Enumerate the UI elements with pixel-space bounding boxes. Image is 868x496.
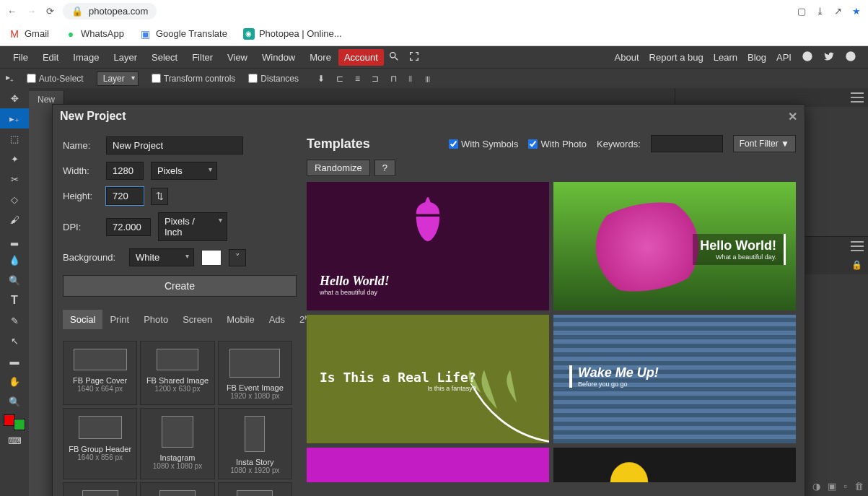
menu-view[interactable]: View [220,49,255,66]
link-blog[interactable]: Blog [748,52,766,63]
dialog-title-bar[interactable]: New Project ✕ [53,105,805,128]
align-top-icon[interactable]: ⊓ [390,74,397,84]
dpi-unit-select[interactable]: Pixels / Inch [158,212,227,241]
width-input[interactable] [106,162,144,180]
distribute2-icon[interactable]: ⫼ [424,74,432,84]
tab-ads[interactable]: Ads [262,310,292,329]
menu-window[interactable]: Window [255,49,302,66]
align-icon[interactable]: ⬇ [317,74,325,84]
shape-tool[interactable]: ▬ [0,351,29,371]
preset-item[interactable]: FB Event Image 1920 x 1080 px [218,341,292,405]
bookmark-photopea[interactable]: ◉Photopea | Online... [243,28,342,40]
link-about[interactable]: About [615,52,639,63]
share-icon[interactable]: ↗ [834,6,842,17]
zoom-tool[interactable]: 🔍 [0,391,29,412]
close-icon[interactable]: ✕ [788,110,797,123]
name-input[interactable] [106,136,243,155]
distances-checkbox[interactable]: Distances [248,74,299,84]
search-icon[interactable] [388,51,400,64]
background-select[interactable]: White [129,248,194,266]
preset-item[interactable]: Insta Story 1080 x 1920 px [218,408,292,479]
move-tool[interactable]: ✥ [0,88,29,108]
template-card[interactable]: Is This a Real Life?Is this a fantasy? [307,315,549,443]
eyedropper-tool[interactable]: ✎ [0,310,29,331]
menu-edit[interactable]: Edit [35,49,66,66]
preset-item[interactable]: FB Page Cover 1640 x 664 px [63,341,137,405]
width-unit-select[interactable]: Pixels [151,162,217,180]
back-icon[interactable]: ← [7,6,17,17]
bookmark-gtranslate[interactable]: ▣Google Translate [140,28,227,40]
artboard-tool[interactable]: ▸₊ [0,108,29,129]
link-report[interactable]: Report a bug [649,52,703,63]
template-card[interactable] [553,448,796,482]
fullscreen-icon[interactable] [408,51,420,64]
randomize-button[interactable]: Randomize [307,160,370,176]
delete-icon[interactable]: 🗑 [854,481,864,492]
hand-tool[interactable]: ✋ [0,371,29,391]
preset-item[interactable]: FB Group Header 1640 x 856 px [63,408,137,479]
folder-icon[interactable]: ▣ [828,481,836,492]
link-api[interactable]: API [776,52,792,63]
facebook-icon[interactable] [845,51,856,64]
align-center-h-icon[interactable]: ≡ [355,74,360,84]
dodge-tool[interactable]: 🔍 [0,270,29,290]
distribute-icon[interactable]: ⫴ [408,74,412,84]
twitter-icon[interactable] [823,51,835,64]
reload-icon[interactable]: ⟳ [46,6,54,17]
link-learn[interactable]: Learn [714,52,737,63]
transform-controls-checkbox[interactable]: Transform controls [152,74,236,84]
help-button[interactable]: ? [374,160,395,176]
menu-image[interactable]: Image [66,49,106,66]
clone-tool[interactable]: ▂ [0,230,29,250]
keywords-input[interactable] [651,135,723,152]
with-photo-checkbox[interactable]: With Photo [528,139,587,149]
color-swatch[interactable] [4,414,25,430]
address-bar[interactable]: 🔒 photopea.com [63,3,157,19]
template-card[interactable]: Hello World!what a beautiful day [307,182,549,310]
template-card[interactable]: Hello World!What a beautiful day. [553,182,796,310]
adjust-icon[interactable]: ◑ [812,481,820,492]
tab-photo[interactable]: Photo [136,310,175,329]
keyboard-icon[interactable]: ⌨ [0,430,29,451]
tab-social[interactable]: Social [63,310,102,329]
menu-select[interactable]: Select [144,49,185,66]
panel-menu-icon-2[interactable] [851,241,864,251]
menu-file[interactable]: File [6,49,35,66]
bookmark-whatsapp[interactable]: ●WhatsApp [65,28,124,40]
wand-tool[interactable]: ✦ [0,149,29,169]
panel-menu-icon[interactable] [851,92,864,103]
forward-icon[interactable]: → [27,6,36,17]
blur-tool[interactable]: 💧 [0,250,29,270]
align-left-icon[interactable]: ⊏ [336,74,343,84]
type-tool[interactable]: T [0,290,29,310]
with-symbols-checkbox[interactable]: With Symbols [449,139,518,149]
align-right-icon[interactable]: ⊐ [372,74,379,84]
menu-layer[interactable]: Layer [107,49,145,66]
menu-filter[interactable]: Filter [185,49,220,66]
tab-screen[interactable]: Screen [175,310,219,329]
height-input[interactable] [106,187,144,205]
background-swatch[interactable] [201,250,222,266]
eraser-tool[interactable]: ◇ [0,189,29,209]
install-icon[interactable]: ⤓ [816,6,824,17]
dpi-input[interactable] [106,218,151,236]
template-card[interactable] [307,448,549,482]
template-card[interactable]: Wake Me Up!Before you go go [553,315,796,443]
preset-item[interactable] [63,482,137,496]
lock-icon[interactable]: 🔒 [851,260,862,270]
preset-item[interactable]: Instagram 1080 x 1080 px [140,408,214,479]
reddit-icon[interactable] [802,51,813,64]
crop-tool[interactable]: ✂ [0,169,29,189]
tab-print[interactable]: Print [102,310,136,329]
tab-mobile[interactable]: Mobile [219,310,261,329]
font-filter-button[interactable]: Font Filter ▼ [733,135,796,152]
preset-item[interactable] [140,482,214,496]
new-layer-icon[interactable]: ▫ [843,481,847,492]
bookmark-gmail[interactable]: MGmail [9,28,49,40]
path-tool[interactable]: ↖ [0,331,29,351]
create-button[interactable]: Create [63,275,297,297]
preset-item[interactable]: FB Shared Image 1200 x 630 px [140,341,214,405]
auto-select-checkbox[interactable]: Auto-Select [27,74,84,84]
preset-item[interactable] [218,482,292,496]
swap-dimensions-button[interactable]: ⇅ [151,188,168,205]
